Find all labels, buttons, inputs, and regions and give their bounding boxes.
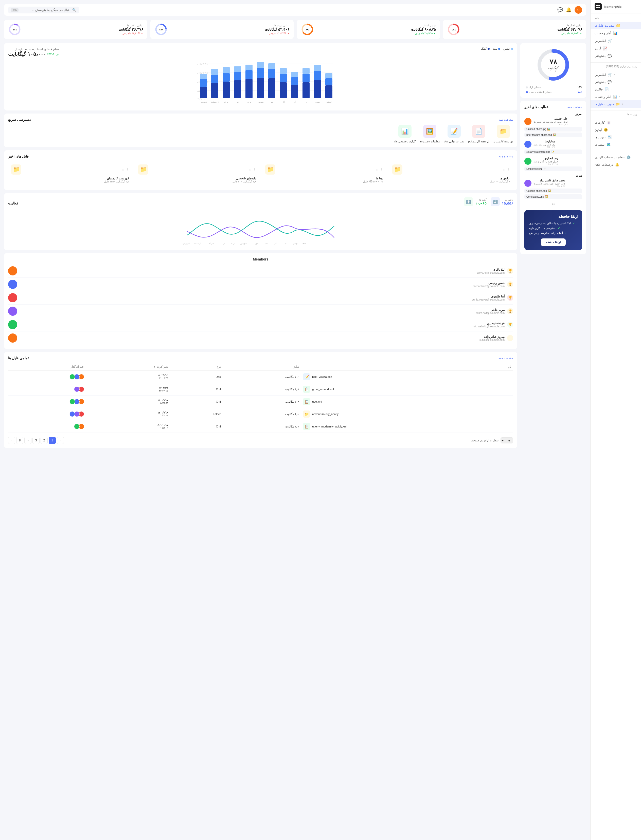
sidebar-item-accounts[interactable]: › 📊 آمار و حساب xyxy=(591,93,641,100)
activity-file-y1b: 🖼️ Certificates.png xyxy=(524,194,582,199)
user-avatar[interactable]: U xyxy=(575,6,582,14)
icons-icon: 😊 xyxy=(604,128,608,132)
sidebar-item-analytics[interactable]: 📈 آنالیز xyxy=(591,45,641,52)
stat-change-photos: ▼ ۳۲٫۴۰% ماه پیش xyxy=(24,32,143,35)
sidebar-item-home[interactable]: خانه xyxy=(591,15,641,22)
analytics-icon: 📈 xyxy=(603,47,607,50)
see-all-quick[interactable]: مشاهده همه xyxy=(499,118,513,121)
more-button[interactable]: •• xyxy=(552,202,555,207)
member-email-2: curtis.weaver@example.com xyxy=(20,298,504,301)
sidebar-label-support-sub: پشتیبانی xyxy=(594,80,606,84)
cell-shared-1 xyxy=(8,383,86,395)
svg-text:شهریور: شهریور xyxy=(240,242,247,244)
table-row[interactable]: gee.xml 📋 ۷٫۴ مگابایت Xml ۱۴۰۱/۸/۱۷ ۵:۳۵… xyxy=(8,395,513,408)
svg-rect-61 xyxy=(291,77,298,85)
stat-change-text-videos: ۱۸٫۴۵% ماه پیش xyxy=(269,32,286,35)
quick-item-2[interactable]: 📝 تغییرات نهایی.doc xyxy=(444,125,464,143)
see-all-files[interactable]: مشاهده همه xyxy=(499,357,513,360)
member-status-5: — xyxy=(507,335,513,341)
cards-icon: 🃏 xyxy=(607,120,611,124)
upgrade-button[interactable]: ارتقا حافظه xyxy=(541,238,566,246)
quick-item-3[interactable]: 🖼️ تنظیمات دفتر.img xyxy=(420,125,440,143)
member-name-2: آنتا طاهری xyxy=(20,295,504,298)
star-icon-0[interactable]: ☆ xyxy=(503,168,506,171)
sidebar-item-support-sub[interactable]: › 💬 پشتیبانی xyxy=(591,78,641,86)
svg-text:شهریور: شهریور xyxy=(257,101,264,103)
more-icon-1[interactable]: ⋮ xyxy=(380,168,383,171)
sidebar-item-file-manager[interactable]: 📁 مدیریت فایل ها xyxy=(591,22,641,29)
col-modified[interactable]: تغییر کرده ▼ xyxy=(86,363,170,371)
quick-item-1[interactable]: 📄 تاریخچه کارمند.pdf xyxy=(468,125,490,143)
svg-rect-46 xyxy=(245,64,253,70)
sidebar-item-file-mgr-sub[interactable]: › 📁 مدیریت فایل ها xyxy=(591,100,641,108)
page-btn-3[interactable]: 3 xyxy=(32,437,40,444)
file-card-title-3: فهرست کارمندان xyxy=(11,177,129,180)
sidebar-label-analytics: آنالیز xyxy=(594,47,601,50)
filename-1b: brief-feature-chats.png xyxy=(527,133,552,137)
chat-icon[interactable]: 💬 xyxy=(557,7,563,13)
feature-text-2: دسترسی چند کاربر داره. xyxy=(528,226,556,230)
sidebar-label-notifications: ترجیحات اعلان xyxy=(594,163,613,167)
sidebar-item-invoice[interactable]: › 📄 فاکتور xyxy=(591,86,641,93)
quick-item-0[interactable]: 📁 فهرست کارمندان xyxy=(493,125,513,143)
file-card-1[interactable]: ⋮ ☆ 📁 دینا ها MB ۵۲۸ • ۱۲۳ فایل xyxy=(262,161,386,186)
sidebar-label-file-manager: مدیریت فایل ها xyxy=(594,24,614,27)
stat-card-songs: تمامی آهنگ ها ۶۳٫۰۷۶ گیگابایت ▲ ۱۴٫۴۵% م… xyxy=(443,20,586,39)
stat-change-text-songs: ۱۴٫۴۵% ماه پیش xyxy=(561,32,579,35)
activity-stat-label-download: دانلود ها xyxy=(502,198,513,201)
sidebar-item-charts[interactable]: 📉 نمودار ها xyxy=(591,133,641,141)
svg-text:مهر: مهر xyxy=(255,242,258,244)
sidebar-item-icons[interactable]: 😊 آیکون xyxy=(591,126,641,133)
page-btn-8[interactable]: 8 xyxy=(16,437,23,444)
up-arrow-icon: ▲ xyxy=(580,32,582,35)
svg-rect-33 xyxy=(211,75,218,83)
table-row[interactable]: adventurously_neatly 📁 ۶٫۱ مگابایت Folde… xyxy=(8,408,513,420)
sidebar-item-account-settings[interactable]: ⚙️ تنظیمات حساب کاربری xyxy=(591,154,641,161)
more-icon-2[interactable]: ⋮ xyxy=(253,168,256,171)
sidebar-item-stats[interactable]: 📊 آمار و حساب xyxy=(591,29,641,37)
quick-item-4[interactable]: 📊 گزارش حقوقی.xls xyxy=(394,125,416,143)
see-all-recent[interactable]: مشاهده همه xyxy=(499,155,513,158)
search-bar[interactable]: 🔍 K⌘ xyxy=(8,6,79,13)
more-icon-3[interactable]: ⋮ xyxy=(126,168,129,171)
table-row[interactable]: pink_yowza.doc 📝 ۷٫۶ مگابایت Doc ۱۴۰۳/۵/… xyxy=(8,371,513,383)
sidebar-item-maps[interactable]: 🗺️ نقشه ها xyxy=(591,141,641,148)
star-icon-1[interactable]: ☆ xyxy=(376,168,378,171)
star-icon-3[interactable]: ☆ xyxy=(122,168,124,171)
table-row[interactable]: utterly_modernity_acidly.xml 📋 ۶٫۷ مگابا… xyxy=(8,420,513,433)
sidebar-label-ecommerce-sub: ایکامرس xyxy=(594,73,606,77)
sidebar-item-support[interactable]: 💬 پشتیبانی xyxy=(591,52,641,60)
file-card-2[interactable]: ⋮ ☆ 📁 داده‌های شخصی ۱٫۸ گیگابایت • ۴۰ فا… xyxy=(135,161,259,186)
row-file-icon-1: 📋 xyxy=(303,385,310,393)
next-page-btn[interactable]: › xyxy=(57,437,64,444)
more-icon-0[interactable]: ⋮ xyxy=(507,168,510,171)
stat-label-videos: تمامی ویدئو ها xyxy=(171,24,290,27)
star-icon-2[interactable]: ☆ xyxy=(249,168,251,171)
bell-notification-icon[interactable]: 🔔 xyxy=(566,7,572,13)
see-all-activity[interactable]: مشاهده همه xyxy=(567,105,582,109)
page-btn-1[interactable]: 1 xyxy=(49,437,56,444)
file-card-actions-3: ⋮ ☆ xyxy=(122,168,129,171)
sidebar-item-ecommerce-sub[interactable]: › 🛒 ایکامرس xyxy=(591,71,641,78)
used-label: فضای استفاده شده xyxy=(529,90,551,94)
member-status-2: 🏆 xyxy=(507,295,513,301)
svg-rect-56 xyxy=(280,82,287,98)
file-card-3[interactable]: ⋮ ☆ 📁 فهرست کارمندان ۲٫۴ گیگابایت • ۱۳۵ … xyxy=(8,161,132,186)
svg-rect-30 xyxy=(200,74,207,79)
sidebar-item-cards[interactable]: 🃏 کارت ها xyxy=(591,119,641,126)
search-input[interactable] xyxy=(21,8,70,12)
svg-text:خرداد: خرداد xyxy=(209,242,214,244)
per-page-select[interactable]: ۵ ۱۰ ۲۰ ۵۰ xyxy=(501,437,513,443)
sidebar-item-notifications[interactable]: 🔔 ترجیحات اعلان xyxy=(591,161,641,168)
xml-file-icon: 📋 xyxy=(543,167,546,170)
stat-donut-photos: ۳۳٪ xyxy=(8,23,21,36)
top-header: U 🔔 💬 🔍 K⌘ xyxy=(4,4,586,16)
sidebar-item-ecommerce[interactable]: 🛒 ایکامرس xyxy=(591,37,641,45)
filename-y1a: Collage photo.png xyxy=(527,190,547,192)
prev-page-btn[interactable]: ‹ xyxy=(8,437,15,444)
svg-rect-3 xyxy=(598,7,600,8)
table-row[interactable]: grunt_around.xml 📋 ۸٫۸ مگابایت Xml ۱۴۰۳/… xyxy=(8,383,513,395)
file-card-0[interactable]: ⋮ ☆ 📁 عکس ها ۸ گیگابایت • ۴ فایل xyxy=(389,161,513,186)
cell-name-4: utterly_modernity_acidly.xml 📋 xyxy=(301,420,513,433)
page-btn-2[interactable]: 2 xyxy=(40,437,48,444)
